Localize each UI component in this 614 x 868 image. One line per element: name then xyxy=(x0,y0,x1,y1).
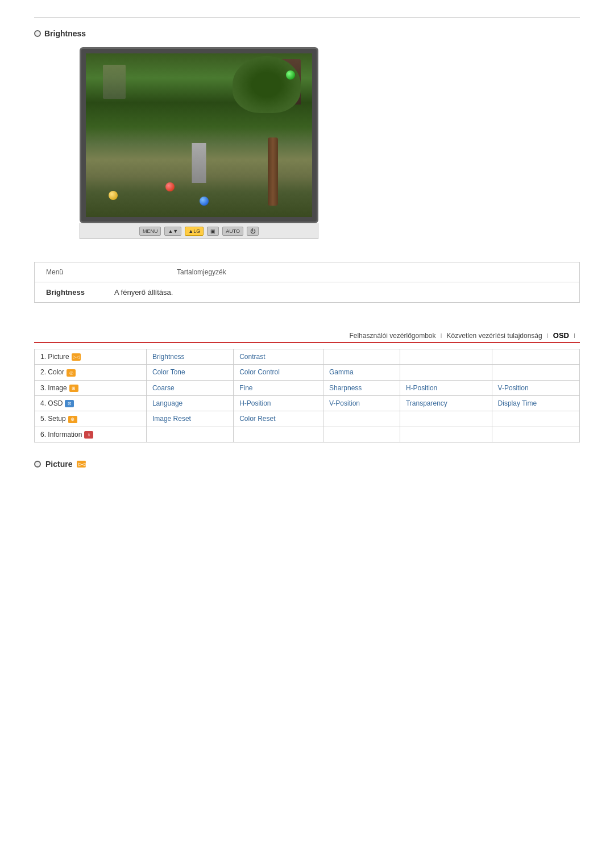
select-button[interactable]: ▣ xyxy=(207,227,219,236)
osd-col-1-1[interactable]: Color Control xyxy=(234,365,323,380)
osd-col-2-1[interactable]: Fine xyxy=(234,380,323,395)
osd-col-5-1 xyxy=(234,427,323,442)
osd-col-2-0[interactable]: Coarse xyxy=(146,380,233,395)
lg-button[interactable]: ▲LG xyxy=(185,227,204,236)
osd-col-0-3 xyxy=(400,349,492,365)
menu-icon-3: ⊡ xyxy=(65,400,74,407)
auto-button[interactable]: AUTO xyxy=(222,227,243,236)
osd-table-row: 6. Informationℹ xyxy=(35,427,580,442)
osd-table-row: 4. OSD⊡LanguageH-PositionV-PositionTrans… xyxy=(35,395,580,411)
menu-icon-5: ℹ xyxy=(84,431,93,439)
osd-col-3-0[interactable]: Language xyxy=(146,395,233,411)
osd-col-1-2[interactable]: Gamma xyxy=(323,365,400,380)
nav-button[interactable]: ▲▼ xyxy=(164,227,181,236)
menu-text-1: 2. Color xyxy=(40,368,64,376)
nav-link-direct-control[interactable]: Közvetlen vezérlési tulajdonság xyxy=(447,332,542,340)
osd-col-5-3 xyxy=(400,427,492,442)
osd-col-5-2 xyxy=(323,427,400,442)
picture-label: Picture xyxy=(45,460,72,469)
osd-col-2-4[interactable]: V-Position xyxy=(492,380,579,395)
osd-col-1-4 xyxy=(492,365,579,380)
osd-menu-cell[interactable]: 2. Color◎ xyxy=(35,365,147,380)
monitor-screen xyxy=(86,53,312,217)
osd-col-4-2 xyxy=(323,411,400,427)
osd-menu-cell[interactable]: 5. Setup⚙ xyxy=(35,411,147,427)
menu-button[interactable]: MENU xyxy=(139,227,161,236)
osd-col-3-3[interactable]: Transparency xyxy=(400,395,492,411)
monitor-container: MENU ▲▼ ▲LG ▣ AUTO ⏻ xyxy=(68,47,330,239)
brightness-title: Brightness xyxy=(34,29,580,38)
osd-table-row: 2. Color◎Color ToneColor ControlGamma xyxy=(35,365,580,380)
nav-sep-1: I xyxy=(441,332,442,339)
menu-table: Menü Tartalomjegyzék Brightness A fényer… xyxy=(34,262,580,303)
brightness-label: Brightness xyxy=(44,29,86,38)
osd-table-row: 1. Picture▷◁BrightnessContrast xyxy=(35,349,580,365)
row-menu-cell: Brightness xyxy=(46,288,103,297)
nav-active-osd: OSD xyxy=(553,331,569,340)
menu-text-4: 5. Setup xyxy=(40,415,66,423)
ball-red xyxy=(165,182,175,191)
menu-icon-1: ◎ xyxy=(67,369,76,377)
osd-col-3-1[interactable]: H-Position xyxy=(234,395,323,411)
monitor-frame xyxy=(80,47,318,223)
header-menu-label: Menü xyxy=(46,268,63,276)
osd-col-5-4 xyxy=(492,427,579,442)
osd-col-4-0[interactable]: Image Reset xyxy=(146,411,233,427)
picture-icon: ▷◁ xyxy=(77,461,86,468)
osd-col-1-0[interactable]: Color Tone xyxy=(146,365,233,380)
ball-green xyxy=(286,70,295,80)
osd-menu-cell[interactable]: 1. Picture▷◁ xyxy=(35,349,147,365)
osd-col-2-3[interactable]: H-Position xyxy=(400,380,492,395)
osd-col-0-4 xyxy=(492,349,579,365)
ball-yellow xyxy=(109,191,118,200)
picture-circle-icon xyxy=(34,461,41,468)
table-header: Menü Tartalomjegyzék xyxy=(35,262,579,282)
brightness-section: Brightness MENU ▲▼ ▲LG ▣ AUTO ⏻ xyxy=(0,18,614,256)
brightness-circle-icon xyxy=(34,30,41,37)
picture-section: Picture ▷◁ xyxy=(0,454,614,474)
header-content-label: Tartalomjegyzék xyxy=(177,268,226,276)
osd-col-3-2[interactable]: V-Position xyxy=(323,395,400,411)
osd-table: 1. Picture▷◁BrightnessContrast2. Color◎C… xyxy=(34,349,580,443)
menu-text-3: 4. OSD xyxy=(40,399,63,407)
nav-link-user-controls[interactable]: Felhasználói vezérlőgombok xyxy=(349,332,435,340)
menu-text-0: 1. Picture xyxy=(40,353,69,361)
nav-bar: Felhasználói vezérlőgombok I Közvetlen v… xyxy=(34,331,580,343)
tree-trunk xyxy=(268,137,278,206)
foliage xyxy=(233,56,301,113)
osd-col-4-1[interactable]: Color Reset xyxy=(234,411,323,427)
menu-icon-4: ⚙ xyxy=(68,416,77,423)
ball-blue xyxy=(200,197,209,206)
osd-col-1-3 xyxy=(400,365,492,380)
osd-col-0-2 xyxy=(323,349,400,365)
power-button[interactable]: ⏻ xyxy=(247,227,259,236)
osd-col-3-4[interactable]: Display Time xyxy=(492,395,579,411)
table-data-row: Brightness A fényerő állítása. xyxy=(35,282,579,302)
osd-menu-cell[interactable]: 6. Informationℹ xyxy=(35,427,147,442)
osd-col-2-2[interactable]: Sharpness xyxy=(323,380,400,395)
nav-sep-3: I xyxy=(574,332,575,339)
osd-col-4-3 xyxy=(400,411,492,427)
nav-sep-2: I xyxy=(547,332,549,339)
menu-text-5: 6. Information xyxy=(40,431,82,439)
osd-col-4-4 xyxy=(492,411,579,427)
osd-menu-cell[interactable]: 4. OSD⊡ xyxy=(35,395,147,411)
menu-text-2: 3. Image xyxy=(40,384,67,392)
row-desc-cell: A fényerő állítása. xyxy=(114,288,173,297)
osd-table-row: 5. Setup⚙Image ResetColor Reset xyxy=(35,411,580,427)
monitor-controls: MENU ▲▼ ▲LG ▣ AUTO ⏻ xyxy=(80,223,318,239)
osd-menu-cell[interactable]: 3. Image⊞ xyxy=(35,380,147,395)
menu-icon-0: ▷◁ xyxy=(72,353,81,361)
osd-col-5-0 xyxy=(146,427,233,442)
osd-col-0-1[interactable]: Contrast xyxy=(234,349,323,365)
osd-col-0-0[interactable]: Brightness xyxy=(146,349,233,365)
pagoda xyxy=(192,143,206,183)
osd-table-row: 3. Image⊞CoarseFineSharpnessH-PositionV-… xyxy=(35,380,580,395)
menu-icon-2: ⊞ xyxy=(69,385,78,392)
